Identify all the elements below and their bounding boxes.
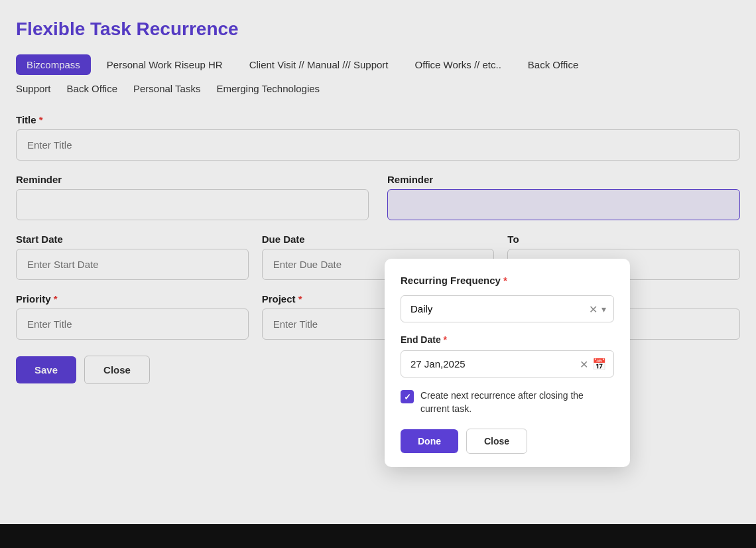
priority-input[interactable] (16, 308, 249, 340)
priority-label: Priority * (16, 293, 249, 305)
recurring-frequency-popup: Recurring Frequency * Daily Weekly Month… (385, 259, 630, 467)
reminder-left-label: Reminder (16, 174, 369, 185)
end-date-icons: ✕ 📅 (580, 357, 606, 371)
popup-done-button[interactable]: Done (401, 429, 458, 453)
priority-required: * (54, 293, 58, 305)
start-date-group: Start Date (16, 234, 249, 280)
calendar-icon[interactable]: 📅 (592, 357, 606, 371)
save-button[interactable]: Save (16, 356, 76, 383)
due-date-label: Due Date (262, 234, 495, 245)
tab-bizcompass[interactable]: Bizcompass (16, 54, 91, 75)
reminder-right-group: Reminder (387, 174, 740, 220)
project-required: * (298, 293, 302, 305)
priority-group: Priority * (16, 293, 249, 340)
close-button[interactable]: Close (84, 356, 150, 384)
title-required: * (39, 114, 43, 125)
frequency-select[interactable]: Daily Weekly Monthly (401, 295, 614, 322)
page-title: Flexible Task Recurrence (16, 19, 740, 40)
title-label: Title * (16, 114, 740, 125)
tab-client-visit[interactable]: Client Visit // Manual /// Support (239, 54, 399, 75)
title-input[interactable] (16, 129, 740, 161)
recurrence-checkbox-row: ✓ Create next recurrence after closing t… (401, 389, 614, 415)
form-button-row: Save Close (16, 356, 740, 384)
tab2-back-office[interactable]: Back Office (67, 82, 117, 96)
end-date-input-wrapper: ✕ 📅 (401, 350, 614, 377)
start-date-label: Start Date (16, 234, 249, 245)
popup-required-marker: * (503, 275, 507, 286)
nav-row-2: Support Back Office Personal Tasks Emerg… (16, 82, 740, 96)
tab2-support[interactable]: Support (16, 82, 51, 96)
popup-title: Recurring Frequency * (401, 275, 614, 286)
title-field-group: Title * (16, 114, 740, 161)
popup-button-row: Done Close (401, 429, 614, 454)
tab-personal-work[interactable]: Personal Work Riseup HR (96, 54, 233, 75)
end-date-clear-icon[interactable]: ✕ (580, 358, 588, 370)
frequency-select-wrapper: Daily Weekly Monthly ✕ ▾ (401, 295, 614, 322)
tab2-personal-tasks[interactable]: Personal Tasks (133, 82, 200, 96)
bottom-bar (0, 524, 756, 548)
reminder-right-label: Reminder (387, 174, 740, 185)
end-date-required: * (444, 334, 447, 345)
reminder-left-input[interactable] (16, 189, 369, 220)
popup-close-button[interactable]: Close (466, 429, 527, 454)
priority-row: Priority * Project * Work Minute(s) (16, 293, 740, 340)
start-date-input[interactable] (16, 249, 249, 280)
end-date-label: End Date * (401, 334, 614, 345)
nav-row-1: Bizcompass Personal Work Riseup HR Clien… (16, 54, 740, 75)
date-row: Start Date Due Date To (16, 234, 740, 280)
tab-office-works[interactable]: Office Works // etc.. (404, 54, 511, 75)
task-form: Title * Reminder Reminder Start Date Due… (16, 114, 740, 384)
to-label: To (507, 234, 740, 245)
reminder-left-group: Reminder (16, 174, 369, 220)
recurrence-checkbox[interactable]: ✓ (401, 390, 414, 403)
recurrence-checkbox-label: Create next recurrence after closing the… (420, 389, 614, 415)
check-mark: ✓ (404, 392, 411, 402)
frequency-clear-icon[interactable]: ✕ (589, 303, 598, 315)
tab-back-office[interactable]: Back Office (517, 54, 589, 75)
reminder-row: Reminder Reminder (16, 174, 740, 220)
tab2-emerging-tech[interactable]: Emerging Technologies (216, 82, 320, 96)
reminder-right-input[interactable] (387, 189, 740, 220)
